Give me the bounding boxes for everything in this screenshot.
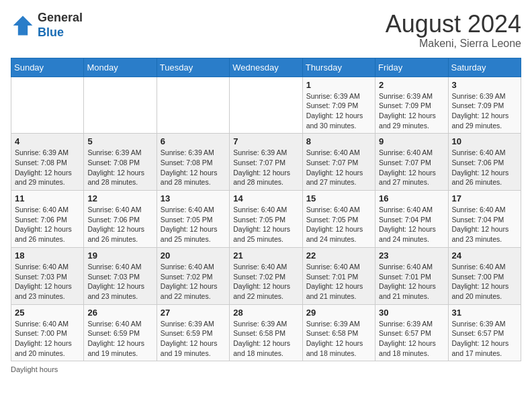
day-cell: 30Sunrise: 6:39 AMSunset: 6:57 PMDayligh… xyxy=(375,304,448,361)
day-cell: 23Sunrise: 6:40 AMSunset: 7:01 PMDayligh… xyxy=(375,247,448,304)
day-number: 15 xyxy=(306,193,371,203)
day-number: 1 xyxy=(306,80,371,90)
day-number: 27 xyxy=(161,308,226,318)
week-row-4: 18Sunrise: 6:40 AMSunset: 7:03 PMDayligh… xyxy=(11,247,521,304)
weekday-header-monday: Monday xyxy=(84,58,157,77)
location: Makeni, Sierra Leone xyxy=(386,38,521,50)
day-number: 24 xyxy=(452,250,517,261)
day-info: Sunrise: 6:40 AMSunset: 7:05 PMDaylight:… xyxy=(161,205,226,244)
footer-note: Daylight hours xyxy=(11,365,521,373)
day-info: Sunrise: 6:39 AMSunset: 7:09 PMDaylight:… xyxy=(306,91,371,131)
day-number: 2 xyxy=(379,80,444,90)
weekday-header-tuesday: Tuesday xyxy=(157,58,229,77)
day-number: 23 xyxy=(379,250,444,261)
weekday-header-saturday: Saturday xyxy=(448,58,521,77)
day-cell: 25Sunrise: 6:40 AMSunset: 7:00 PMDayligh… xyxy=(11,304,84,361)
logo-blue: Blue xyxy=(38,26,64,39)
day-info: Sunrise: 6:40 AMSunset: 7:06 PMDaylight:… xyxy=(452,148,517,187)
day-number: 29 xyxy=(306,308,371,318)
day-cell: 31Sunrise: 6:39 AMSunset: 6:57 PMDayligh… xyxy=(448,304,521,361)
day-cell: 29Sunrise: 6:39 AMSunset: 6:58 PMDayligh… xyxy=(302,304,375,361)
day-number: 4 xyxy=(15,136,80,146)
day-number: 8 xyxy=(306,136,371,146)
day-number: 17 xyxy=(452,193,517,203)
day-info: Sunrise: 6:39 AMSunset: 7:08 PMDaylight:… xyxy=(15,148,80,187)
day-info: Sunrise: 6:40 AMSunset: 7:02 PMDaylight:… xyxy=(233,262,298,302)
day-info: Sunrise: 6:40 AMSunset: 7:04 PMDaylight:… xyxy=(379,205,444,244)
day-cell: 2Sunrise: 6:39 AMSunset: 7:09 PMDaylight… xyxy=(375,77,448,134)
day-info: Sunrise: 6:40 AMSunset: 7:03 PMDaylight:… xyxy=(87,262,152,302)
day-info: Sunrise: 6:39 AMSunset: 7:07 PMDaylight:… xyxy=(233,148,298,187)
day-info: Sunrise: 6:40 AMSunset: 7:01 PMDaylight:… xyxy=(306,262,371,302)
day-cell: 21Sunrise: 6:40 AMSunset: 7:02 PMDayligh… xyxy=(230,247,302,304)
day-cell: 24Sunrise: 6:40 AMSunset: 7:00 PMDayligh… xyxy=(448,247,521,304)
weekday-header-wednesday: Wednesday xyxy=(230,58,302,77)
day-number: 26 xyxy=(87,308,152,318)
day-cell: 1Sunrise: 6:39 AMSunset: 7:09 PMDaylight… xyxy=(302,77,375,134)
day-info: Sunrise: 6:40 AMSunset: 7:05 PMDaylight:… xyxy=(306,205,371,244)
day-info: Sunrise: 6:39 AMSunset: 7:09 PMDaylight:… xyxy=(452,91,517,131)
day-cell: 13Sunrise: 6:40 AMSunset: 7:05 PMDayligh… xyxy=(157,191,229,248)
weekday-header-thursday: Thursday xyxy=(302,58,375,77)
day-number: 13 xyxy=(161,193,226,203)
day-cell: 8Sunrise: 6:40 AMSunset: 7:07 PMDaylight… xyxy=(302,134,375,191)
day-number: 11 xyxy=(15,193,80,203)
day-cell: 12Sunrise: 6:40 AMSunset: 7:06 PMDayligh… xyxy=(84,191,157,248)
day-info: Sunrise: 6:40 AMSunset: 7:05 PMDaylight:… xyxy=(233,205,298,244)
day-cell xyxy=(11,77,84,134)
logo-icon xyxy=(11,13,35,38)
logo-general: General xyxy=(38,11,83,24)
day-info: Sunrise: 6:40 AMSunset: 7:07 PMDaylight:… xyxy=(379,148,444,187)
weekday-header-friday: Friday xyxy=(375,58,448,77)
day-info: Sunrise: 6:39 AMSunset: 7:08 PMDaylight:… xyxy=(87,148,152,187)
svg-marker-0 xyxy=(13,15,33,35)
day-cell: 4Sunrise: 6:39 AMSunset: 7:08 PMDaylight… xyxy=(11,134,84,191)
day-info: Sunrise: 6:39 AMSunset: 6:57 PMDaylight:… xyxy=(379,319,444,359)
day-cell: 10Sunrise: 6:40 AMSunset: 7:06 PMDayligh… xyxy=(448,134,521,191)
day-number: 3 xyxy=(452,80,517,90)
day-cell: 27Sunrise: 6:39 AMSunset: 6:59 PMDayligh… xyxy=(157,304,229,361)
day-number: 7 xyxy=(233,136,298,146)
day-cell: 3Sunrise: 6:39 AMSunset: 7:09 PMDaylight… xyxy=(448,77,521,134)
day-cell xyxy=(230,77,302,134)
day-info: Sunrise: 6:39 AMSunset: 6:59 PMDaylight:… xyxy=(161,319,226,359)
week-row-3: 11Sunrise: 6:40 AMSunset: 7:06 PMDayligh… xyxy=(11,191,521,248)
day-info: Sunrise: 6:40 AMSunset: 7:02 PMDaylight:… xyxy=(161,262,226,302)
logo: General Blue xyxy=(11,11,83,40)
day-cell: 14Sunrise: 6:40 AMSunset: 7:05 PMDayligh… xyxy=(230,191,302,248)
month-year: August 2024 xyxy=(386,11,521,38)
day-cell: 16Sunrise: 6:40 AMSunset: 7:04 PMDayligh… xyxy=(375,191,448,248)
day-number: 21 xyxy=(233,250,298,261)
day-info: Sunrise: 6:40 AMSunset: 7:06 PMDaylight:… xyxy=(87,205,152,244)
day-info: Sunrise: 6:39 AMSunset: 6:58 PMDaylight:… xyxy=(233,319,298,359)
day-cell: 7Sunrise: 6:39 AMSunset: 7:07 PMDaylight… xyxy=(230,134,302,191)
week-row-5: 25Sunrise: 6:40 AMSunset: 7:00 PMDayligh… xyxy=(11,304,521,361)
day-info: Sunrise: 6:40 AMSunset: 7:00 PMDaylight:… xyxy=(452,262,517,302)
day-number: 12 xyxy=(87,193,152,203)
logo-text: General Blue xyxy=(38,11,83,40)
day-cell: 9Sunrise: 6:40 AMSunset: 7:07 PMDaylight… xyxy=(375,134,448,191)
day-cell: 18Sunrise: 6:40 AMSunset: 7:03 PMDayligh… xyxy=(11,247,84,304)
day-cell xyxy=(84,77,157,134)
day-number: 9 xyxy=(379,136,444,146)
day-number: 14 xyxy=(233,193,298,203)
day-info: Sunrise: 6:39 AMSunset: 6:57 PMDaylight:… xyxy=(452,319,517,359)
day-number: 20 xyxy=(161,250,226,261)
day-info: Sunrise: 6:40 AMSunset: 7:07 PMDaylight:… xyxy=(306,148,371,187)
day-number: 10 xyxy=(452,136,517,146)
day-info: Sunrise: 6:39 AMSunset: 7:09 PMDaylight:… xyxy=(379,91,444,131)
day-cell: 11Sunrise: 6:40 AMSunset: 7:06 PMDayligh… xyxy=(11,191,84,248)
weekday-header-sunday: Sunday xyxy=(11,58,84,77)
day-info: Sunrise: 6:39 AMSunset: 7:08 PMDaylight:… xyxy=(161,148,226,187)
day-number: 22 xyxy=(306,250,371,261)
day-cell: 22Sunrise: 6:40 AMSunset: 7:01 PMDayligh… xyxy=(302,247,375,304)
day-cell: 5Sunrise: 6:39 AMSunset: 7:08 PMDaylight… xyxy=(84,134,157,191)
day-number: 19 xyxy=(87,250,152,261)
day-cell: 20Sunrise: 6:40 AMSunset: 7:02 PMDayligh… xyxy=(157,247,229,304)
day-cell: 15Sunrise: 6:40 AMSunset: 7:05 PMDayligh… xyxy=(302,191,375,248)
day-number: 28 xyxy=(233,308,298,318)
day-number: 5 xyxy=(87,136,152,146)
day-info: Sunrise: 6:40 AMSunset: 7:06 PMDaylight:… xyxy=(15,205,80,244)
day-cell xyxy=(157,77,229,134)
week-row-2: 4Sunrise: 6:39 AMSunset: 7:08 PMDaylight… xyxy=(11,134,521,191)
